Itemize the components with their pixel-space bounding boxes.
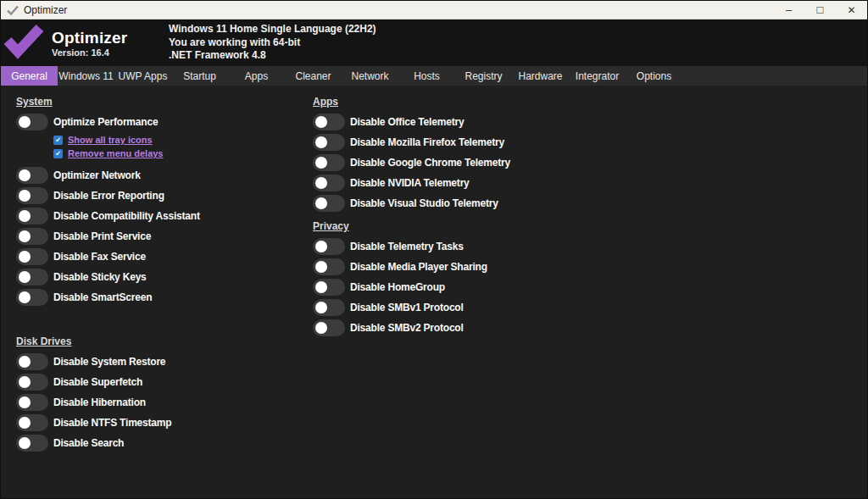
system-info-dotnet: .NET Framework 4.8 <box>169 49 376 63</box>
sub-option-link[interactable]: Show all tray icons <box>68 135 153 145</box>
toggle-switch-disable-error-reporting[interactable] <box>16 187 48 204</box>
toggle-switch-disable-smartscreen[interactable] <box>16 289 48 306</box>
tab-uwp-apps[interactable]: UWP Apps <box>114 66 171 86</box>
toggle-switch-disable-sticky-keys[interactable] <box>16 269 48 286</box>
tab-startup[interactable]: Startup <box>171 66 228 86</box>
app-title-block: Optimizer Version: 16.4 <box>52 29 130 58</box>
system-info: Windows 11 Home Single Language (22H2) Y… <box>169 23 376 63</box>
toggle-label: Disable Superfetch <box>53 376 142 388</box>
toggle-switch-disable-ntfs-timestamp[interactable] <box>16 414 48 431</box>
checkbox-remove-menu-delays[interactable]: ✔ <box>53 149 63 158</box>
toggle-knob <box>19 417 31 429</box>
toggle-switch-optimize-performance[interactable] <box>16 114 48 130</box>
toggle-switch-optimizer-network[interactable] <box>16 167 48 184</box>
toggle-switch-disable-mozilla-firefox-telemetry[interactable] <box>313 134 345 151</box>
toggle-switch-disable-telemetry-tasks[interactable] <box>313 238 345 255</box>
toggle-switch-disable-fax-service[interactable] <box>16 248 48 265</box>
toggle-label: Disable NVIDIA Telemetry <box>350 177 470 189</box>
toggle-knob <box>19 210 31 222</box>
toggle-switch-disable-nvidia-telemetry[interactable] <box>313 175 345 191</box>
toggle-knob <box>19 190 31 202</box>
toggle-knob <box>315 241 327 252</box>
app-version: Version: 16.4 <box>52 47 130 58</box>
toggle-knob <box>315 136 327 148</box>
tab-hosts[interactable]: Hosts <box>398 66 455 86</box>
toggle-row-disable-error-reporting: Disable Error Reporting <box>16 186 313 206</box>
toggle-row-disable-sticky-keys: Disable Sticky Keys <box>16 267 313 287</box>
general-tab-content: SystemOptimize Performance✔Show all tray… <box>1 86 867 498</box>
toggle-label: Disable Sticky Keys <box>53 271 147 283</box>
maximize-button[interactable]: □ <box>804 1 836 19</box>
toggle-row-disable-telemetry-tasks: Disable Telemetry Tasks <box>313 236 867 257</box>
toggle-switch-disable-smbv1-protocol[interactable] <box>313 299 345 316</box>
sub-options: ✔Show all tray icons✔Remove menu delays <box>53 133 313 160</box>
toggle-row-optimizer-network: Optimizer Network <box>16 165 313 186</box>
toggle-switch-disable-superfetch[interactable] <box>16 374 48 391</box>
checkbox-show-all-tray-icons[interactable]: ✔ <box>53 136 63 145</box>
toggle-label: Disable Compatibility Assistant <box>53 210 200 222</box>
sub-option-remove-menu-delays: ✔Remove menu delays <box>53 147 313 160</box>
toggle-label: Disable Hibernation <box>53 396 146 408</box>
toggle-knob <box>19 230 31 242</box>
section-title-disk-drives: Disk Drives <box>16 335 313 347</box>
close-button[interactable]: ✕ <box>836 1 867 19</box>
tab-options[interactable]: Options <box>626 66 682 86</box>
toggle-knob <box>315 261 327 273</box>
tab-registry[interactable]: Registry <box>455 66 512 86</box>
toggle-switch-disable-print-service[interactable] <box>16 228 48 245</box>
window-controls: – □ ✕ <box>773 1 867 19</box>
toggle-knob <box>315 157 327 169</box>
tab-general[interactable]: General <box>1 66 58 86</box>
toggle-switch-disable-smbv2-protocol[interactable] <box>313 319 345 336</box>
toggle-knob <box>315 302 327 313</box>
toggle-knob <box>19 376 31 388</box>
toggle-label: Disable System Restore <box>53 356 165 368</box>
toggle-switch-disable-google-chrome-telemetry[interactable] <box>313 154 345 171</box>
left-column: SystemOptimize Performance✔Show all tray… <box>16 96 313 498</box>
toggle-switch-disable-media-player-sharing[interactable] <box>313 258 345 275</box>
toggle-label: Disable Google Chrome Telemetry <box>350 157 510 169</box>
toggle-row-disable-smbv1-protocol: Disable SMBv1 Protocol <box>313 297 867 318</box>
tab-hardware[interactable]: Hardware <box>512 66 569 86</box>
optimizer-logo-checkmark-icon <box>3 24 44 63</box>
toggle-row-disable-google-chrome-telemetry: Disable Google Chrome Telemetry <box>313 152 867 173</box>
section-system: SystemOptimize Performance✔Show all tray… <box>16 96 313 308</box>
section-apps: AppsDisable Office TelemetryDisable Mozi… <box>313 96 867 213</box>
toggle-switch-disable-compatibility-assistant[interactable] <box>16 208 48 225</box>
toggle-switch-disable-system-restore[interactable] <box>16 353 48 370</box>
toggle-knob <box>19 271 31 283</box>
toggle-switch-disable-hibernation[interactable] <box>16 394 48 411</box>
app-name: Optimizer <box>52 29 130 47</box>
toggle-switch-disable-search[interactable] <box>16 435 48 452</box>
toggle-switch-disable-office-telemetry[interactable] <box>313 114 345 130</box>
toggle-row-disable-visual-studio-telemetry: Disable Visual Studio Telemetry <box>313 193 867 213</box>
toggle-label: Disable Office Telemetry <box>350 116 464 128</box>
toggle-knob <box>19 356 31 368</box>
right-column: AppsDisable Office TelemetryDisable Mozi… <box>313 96 867 498</box>
app-header: Optimizer Version: 16.4 Windows 11 Home … <box>1 19 867 66</box>
toggle-switch-disable-homegroup[interactable] <box>313 279 345 296</box>
minimize-button[interactable]: – <box>773 1 804 19</box>
toggle-knob <box>315 177 327 189</box>
tab-apps[interactable]: Apps <box>228 66 285 86</box>
toggle-row-disable-compatibility-assistant: Disable Compatibility Assistant <box>16 206 313 226</box>
toggle-label: Optimize Performance <box>53 116 158 128</box>
tab-network[interactable]: Network <box>342 66 398 86</box>
toggle-row-disable-ntfs-timestamp: Disable NTFS Timestamp <box>16 413 313 433</box>
toggle-label: Disable Visual Studio Telemetry <box>350 197 498 209</box>
system-info-os: Windows 11 Home Single Language (22H2) <box>169 23 376 36</box>
sub-option-link[interactable]: Remove menu delays <box>68 148 164 158</box>
toggle-switch-disable-visual-studio-telemetry[interactable] <box>313 195 345 212</box>
toggle-label: Disable SMBv2 Protocol <box>350 322 464 334</box>
toggle-label: Disable Search <box>53 437 124 449</box>
toggle-row-disable-superfetch: Disable Superfetch <box>16 372 313 392</box>
tab-cleaner[interactable]: Cleaner <box>285 66 342 86</box>
tab-integrator[interactable]: Integrator <box>569 66 626 86</box>
section-title-system: System <box>16 96 313 108</box>
toggle-label: Optimizer Network <box>53 169 141 181</box>
toggle-knob <box>315 116 327 128</box>
toggle-label: Disable SMBv1 Protocol <box>350 302 464 313</box>
toggle-row-disable-mozilla-firefox-telemetry: Disable Mozilla Firefox Telemetry <box>313 132 867 152</box>
tab-windows-11[interactable]: Windows 11 <box>58 66 114 86</box>
toggle-knob <box>315 281 327 293</box>
